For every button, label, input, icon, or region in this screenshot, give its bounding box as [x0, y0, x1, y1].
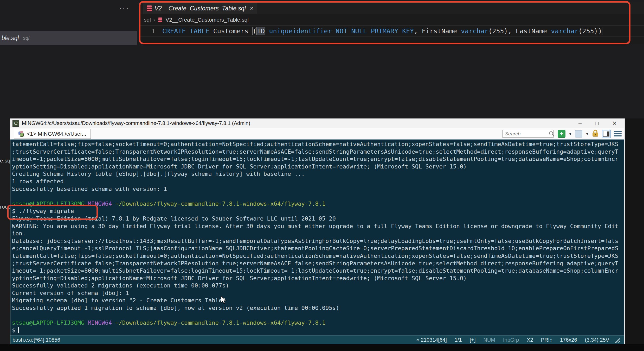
mintty-tab-icon [18, 131, 24, 137]
maximize-button[interactable]: □ [595, 120, 598, 127]
background-file-name: ble.sql [2, 35, 19, 42]
status-process: bash.exe[*64]:10856 [12, 337, 60, 343]
terminal-line: ;trustServerCertificate=false;Transparen… [12, 260, 624, 267]
code-token: varchar [551, 27, 578, 35]
terminal-line: $ [12, 327, 624, 334]
terminal-line: Database: jdbc:sqlserver://localhost:143… [12, 237, 624, 245]
code-token: (255), LastName [488, 27, 551, 35]
terminal-line: Successfully applied 1 migration to sche… [12, 304, 624, 312]
breadcrumb: sql › V2__Create_Customers_Table.sql [144, 16, 249, 24]
status-item: 176x26 [560, 337, 577, 343]
code-token [367, 27, 371, 35]
terminal-title: MINGW64:/c/Users/stsau/Downloads/flyway-… [22, 120, 250, 126]
terminal-line: yptionSetting=Disabled;applicationName=M… [12, 163, 624, 171]
background-strip [0, 344, 644, 351]
code-token: , FirstName [414, 27, 461, 35]
sidebar-fragment-text: roce [0, 204, 11, 210]
code-token: varchar [461, 27, 488, 35]
status-item: PRI↕ [541, 337, 552, 343]
code-token: CREATE TABLE [162, 27, 209, 35]
database-file-icon [158, 17, 162, 22]
terminal-line: ion. [12, 230, 624, 237]
terminal-line: Successfully validated 2 migrations (exe… [12, 282, 624, 290]
terminal-tab-bar: <1> MINGW64:/c/User... + ▼ ▼ [10, 128, 624, 140]
more-actions-ellipsis[interactable]: ··· [119, 4, 130, 12]
code-token: NOT NULL [336, 27, 367, 35]
close-button[interactable]: ✕ [612, 120, 617, 127]
chevron-down-icon[interactable]: ▼ [569, 132, 572, 136]
code-token: ) [598, 27, 602, 35]
status-item: InpGrp [503, 337, 519, 343]
database-file-icon [147, 5, 152, 11]
new-console-button[interactable]: + [558, 130, 565, 138]
code-current-line[interactable]: 1 CREATE TABLE Customers (ID uniqueident… [139, 26, 644, 36]
chevron-right-icon: › [153, 17, 155, 23]
terminal-line: WARNING: You are using a 30 day limited … [12, 223, 624, 230]
terminal-line: 1 rows affected [12, 178, 624, 185]
terminal-line: e;cancelQueryTimeout=-1;sslProtocol=TLS;… [12, 245, 624, 252]
terminal-tab-label: <1> MINGW64:/c/User... [27, 131, 86, 137]
terminal-line: Flyway Teams Edition (trial) 7.8.1 by Re… [12, 215, 624, 223]
terminal-cursor [18, 327, 19, 333]
breadcrumb-folder[interactable]: sql [144, 17, 151, 23]
status-item: (3,34) 25V [585, 337, 609, 343]
code-token: Customers [209, 27, 253, 35]
terminal-line: $ ./flyway migrate [12, 208, 624, 215]
terminal-line: tatementCall=false;fips=false;socketTime… [12, 252, 624, 260]
terminal-line: Current version of schema [dbo]: 1 [12, 290, 624, 297]
terminal-title-bar[interactable]: C MINGW64:/c/Users/stsau/Downloads/flywa… [10, 118, 624, 128]
terminal-status-bar: bash.exe[*64]:10856 « 210314[64]1/1[+]NU… [10, 335, 624, 344]
terminal-line: Migrating schema [dbo] to version "2 - C… [12, 297, 624, 304]
hamburger-menu-icon[interactable] [614, 130, 622, 138]
terminal-line: stsau@LAPTOP-LFIJ3QMG MINGW64 ~/Download… [12, 319, 624, 327]
sidebar-fragment-text: e.sq [0, 158, 10, 164]
status-item: [+] [470, 337, 476, 343]
code-token: ID [257, 27, 265, 35]
status-item: 1/1 [455, 337, 462, 343]
console-list-button[interactable] [575, 130, 582, 137]
code-token: ( [252, 27, 257, 35]
minimize-button[interactable]: – [578, 120, 582, 127]
editor-panel: V2__Create_Customers_Table.sql × sql › V… [139, 2, 644, 44]
terminal-line: stsau@LAPTOP-LFIJ3QMG MINGW64 ~/Download… [12, 200, 624, 208]
terminal-line [12, 312, 624, 319]
terminal-line: yptionSetting=Disabled;applicationName=M… [12, 275, 624, 282]
terminal-line: Successfully baselined schema with versi… [12, 185, 624, 193]
close-tab-icon[interactable]: × [250, 5, 254, 12]
mouse-cursor [221, 296, 228, 305]
status-item: NUM [483, 337, 495, 343]
status-item: X2 [527, 337, 533, 343]
sql-code-line[interactable]: CREATE TABLE Customers (ID uniqueidentif… [162, 27, 602, 35]
chevron-down-icon[interactable]: ▼ [585, 132, 589, 136]
line-number: 1 [151, 27, 155, 35]
search-icon[interactable] [549, 131, 555, 137]
status-item: « 210314[64] [416, 337, 447, 343]
code-token [332, 27, 336, 35]
search-input[interactable] [503, 130, 553, 138]
terminal-toolbar: + ▼ ▼ [503, 129, 622, 139]
terminal-line: imeout=-1;packetSize=8000;multiSubnetFai… [12, 267, 624, 275]
code-token [265, 27, 269, 35]
split-panes-button[interactable] [602, 130, 611, 138]
status-indicators: « 210314[64]1/1[+]NUMInpGrpX2PRI↕176x26(… [416, 337, 609, 343]
background-file-row[interactable]: ble.sql sql [0, 31, 137, 45]
terminal-window: C MINGW64:/c/Users/stsau/Downloads/flywa… [10, 118, 625, 344]
terminal-line: Creating Schema History table [eShop].[d… [12, 170, 624, 178]
resize-grip[interactable] [614, 337, 621, 343]
editor-tab-sql-file[interactable]: V2__Create_Customers_Table.sql × [143, 3, 257, 14]
lock-icon[interactable] [592, 130, 599, 138]
editor-tab-title: V2__Create_Customers_Table.sql [154, 5, 246, 12]
background-shade [625, 118, 644, 351]
terminal-output[interactable]: tatementCall=false;fips=false;socketTime… [10, 140, 624, 335]
code-token: (255) [578, 27, 598, 35]
code-token: uniqueidentifier [269, 27, 332, 35]
terminal-line: ;trustServerCertificate=false;Transparen… [12, 148, 624, 156]
editor-tab-bar: V2__Create_Customers_Table.sql × [139, 2, 644, 14]
terminal-tab[interactable]: <1> MINGW64:/c/User... [14, 129, 91, 139]
window-controls: – □ ✕ [578, 118, 617, 128]
terminal-line: imeout=-1;packetSize=8000;multiSubnetFai… [12, 155, 624, 163]
code-token: PRIMARY KEY [371, 27, 414, 35]
terminal-line: tatementCall=false;fips=false;socketTime… [12, 141, 624, 148]
breadcrumb-file[interactable]: V2__Create_Customers_Table.sql [165, 17, 249, 23]
conemu-app-icon: C [12, 120, 19, 127]
